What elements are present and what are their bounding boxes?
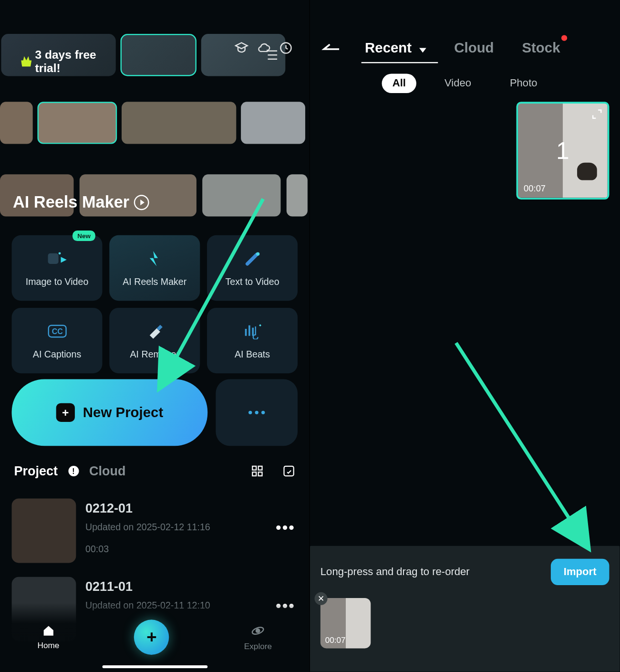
feature-label: AI Beats [235,349,270,360]
svg-rect-14 [252,466,256,470]
ai-remover-icon [144,321,165,341]
template-thumb[interactable] [0,102,33,144]
home-indicator [102,665,207,668]
feature-label: AI Remover [130,349,179,360]
crown-icon [21,56,31,67]
text-to-video-icon [242,249,263,269]
thumb-duration: 00:07 [325,635,346,645]
selected-thumb[interactable]: ✕ 00:07 [320,598,371,648]
filter-video[interactable]: Video [434,74,482,93]
template-thumb[interactable] [287,174,308,216]
academy-icon[interactable] [235,41,248,55]
media-duration: 00:07 [524,183,546,193]
warning-icon[interactable]: ! [68,466,79,476]
svg-point-6 [58,252,61,254]
new-project-button[interactable]: + New Project [12,379,208,446]
feature-text-to-video[interactable]: Text to Video [207,235,298,301]
project-name: 0211-01 [85,579,267,595]
history-icon[interactable] [279,41,293,55]
svg-line-24 [456,343,583,540]
feature-ai-beats[interactable]: AI Beats [207,308,298,373]
svg-rect-16 [252,472,256,476]
svg-point-20 [256,629,259,632]
back-icon[interactable] [321,42,341,54]
ai-reels-icon [144,249,165,269]
home-icon [42,624,55,637]
annotation-arrow [450,337,602,559]
reorder-hint: Long-press and drag to re-order [320,566,470,578]
trial-text: 3 days free trial! [35,48,116,75]
feature-label: AI Reels Maker [123,277,186,287]
feature-label: Image to Video [26,277,89,287]
svg-marker-7 [149,251,157,266]
tab-recent[interactable]: Recent [365,40,426,56]
tab-project[interactable]: Project [14,463,57,479]
svg-rect-13 [252,328,254,336]
tab-stock-label: Stock [522,40,560,55]
feature-label: Text to Video [225,277,279,287]
template-thumb[interactable] [241,102,305,144]
filter-photo[interactable]: Photo [499,74,548,93]
template-thumb[interactable] [202,174,280,216]
edit-icon[interactable] [282,464,295,477]
tab-recent-label: Recent [365,40,412,55]
project-name: 0212-01 [85,501,267,516]
svg-rect-18 [284,466,294,476]
selection-tray: Long-press and drag to re-order Import ✕… [310,546,620,672]
remove-icon[interactable]: ✕ [315,592,328,605]
import-button[interactable]: Import [551,559,610,585]
trial-banner[interactable]: 3 days free trial! [1,34,115,76]
ai-reels-heading[interactable]: AI Reels Maker [13,193,149,212]
media-empty [320,102,413,200]
svg-rect-12 [248,326,250,336]
project-row[interactable]: 0212-01 Updated on 2025-02-12 11:16 00:0… [12,492,298,570]
svg-rect-4 [48,253,58,264]
nav-explore[interactable]: Explore [244,624,272,651]
tab-cloud[interactable]: Cloud [454,40,494,56]
plus-icon: + [56,403,74,422]
svg-point-8 [256,252,259,255]
svg-marker-5 [61,257,66,262]
media-empty [418,102,511,200]
grid-view-icon[interactable] [251,464,264,477]
nav-home[interactable]: Home [37,624,59,650]
tab-stock[interactable]: Stock [522,40,560,56]
template-thumb-selected[interactable] [37,102,117,144]
project-duration: 00:03 [85,544,267,555]
ai-beats-icon [242,321,263,341]
expand-icon[interactable] [591,108,603,120]
svg-rect-11 [245,329,247,336]
bottom-nav: Home + Explore [0,603,310,672]
ai-reels-label: AI Reels Maker [13,193,129,212]
ai-captions-icon: CC [46,321,67,341]
filter-all[interactable]: All [382,74,416,93]
fab-create[interactable]: + [134,620,169,655]
project-meta: Updated on 2025-02-12 11:16 [85,522,267,533]
feature-ai-reels[interactable]: AI Reels Maker [109,235,200,301]
feature-image-to-video[interactable]: New Image to Video [12,235,103,301]
template-thumb[interactable] [122,102,236,144]
explore-icon [251,624,265,638]
feature-ai-remover[interactable]: AI Remover [109,308,200,373]
notification-dot-icon [561,35,567,41]
svg-rect-15 [258,466,262,470]
feature-label: AI Captions [33,349,81,360]
media-item-selected[interactable]: 1 00:07 [516,102,609,200]
hero-template-selected[interactable] [121,34,196,76]
svg-text:CC: CC [52,327,62,336]
tab-cloud[interactable]: Cloud [89,463,125,479]
nav-home-label: Home [37,640,59,650]
projects-header: Project ! Cloud [14,463,295,479]
feature-ai-captions[interactable]: CC AI Captions [12,308,103,373]
svg-rect-17 [258,472,262,476]
cloud-icon[interactable] [257,41,270,55]
selection-number: 1 [556,137,569,164]
dropdown-caret-icon [419,48,426,53]
more-button[interactable] [216,379,298,446]
project-thumb [12,499,76,563]
project-more-icon[interactable]: ••• [276,518,295,536]
new-badge: New [72,231,95,241]
image-to-video-icon [46,249,67,269]
nav-explore-label: Explore [244,641,272,651]
new-project-label: New Project [83,404,163,420]
